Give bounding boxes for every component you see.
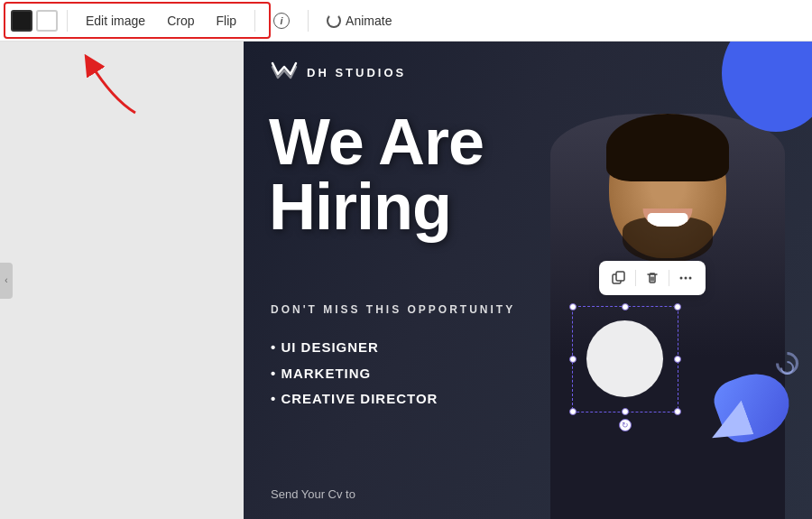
svg-point-6 <box>689 277 692 280</box>
toolbar-sep-1 <box>635 270 636 286</box>
trash-icon <box>645 271 660 285</box>
animate-button[interactable]: Animate <box>318 9 401 32</box>
handle-bottom-right[interactable] <box>674 408 681 415</box>
animate-icon <box>327 14 341 28</box>
megaphone-decoration <box>699 348 798 447</box>
handle-top-left[interactable] <box>569 303 577 310</box>
handle-bottom-left[interactable] <box>569 408 577 415</box>
toolbar-divider-1 <box>67 10 68 32</box>
handle-top-right[interactable] <box>674 303 681 310</box>
delete-button[interactable] <box>640 265 665 291</box>
handle-middle-right[interactable] <box>674 356 681 363</box>
logo-text: DH STUDIOS <box>307 66 406 79</box>
flip-button[interactable]: Flip <box>208 9 246 32</box>
crop-label: Crop <box>167 14 194 28</box>
svg-point-4 <box>680 277 683 280</box>
handle-bottom-middle[interactable] <box>622 408 629 415</box>
duplicate-icon <box>612 271 626 285</box>
toolbar-divider-3 <box>308 10 309 32</box>
handle-middle-left[interactable] <box>569 356 577 363</box>
edit-image-button[interactable]: Edit image <box>77 9 154 32</box>
toolbar-sep-2 <box>669 270 669 286</box>
duplicate-button[interactable] <box>606 265 632 291</box>
logo-area: DH STUDIOS <box>271 60 406 85</box>
send-text: Send Your Cv to <box>271 487 355 501</box>
main-toolbar: Edit image Crop Flip i Animate <box>0 0 812 42</box>
flip-label: Flip <box>217 14 237 28</box>
info-icon: i <box>273 13 290 29</box>
more-options-button[interactable] <box>673 265 698 291</box>
toolbar-divider-2 <box>254 10 255 32</box>
edit-image-label: Edit image <box>86 14 145 28</box>
animate-label: Animate <box>346 14 392 28</box>
swatch-black[interactable] <box>11 10 32 32</box>
bullet-item-2: MARKETING <box>271 361 438 387</box>
rotate-handle[interactable]: ↻ <box>619 419 632 431</box>
headline-line1: We Are <box>269 109 484 174</box>
design-card[interactable]: DH STUDIOS We Are Hiring DON'T MISS THIS… <box>244 42 812 519</box>
sidebar-collapse-tab[interactable]: ‹ <box>0 263 13 299</box>
handle-top-middle[interactable] <box>622 303 629 310</box>
selection-box: ↻ <box>572 306 678 412</box>
subheadline: DON'T MISS THIS OPPORTUNITY <box>271 303 515 316</box>
svg-rect-1 <box>616 272 624 281</box>
element-toolbar <box>599 261 706 295</box>
bullet-list: UI DESIGNER MARKETING CREATIVE DIRECTOR <box>271 335 438 412</box>
crop-button[interactable]: Crop <box>158 9 203 32</box>
ellipsis-icon <box>678 271 693 285</box>
left-sidebar: ‹ <box>0 42 244 519</box>
main-headline: We Are Hiring <box>269 109 484 239</box>
headline-line2: Hiring <box>269 174 484 239</box>
svg-point-5 <box>685 277 687 280</box>
bullet-item-1: UI DESIGNER <box>271 335 438 361</box>
canvas-area: DH STUDIOS We Are Hiring DON'T MISS THIS… <box>244 42 812 519</box>
info-button[interactable]: i <box>264 8 299 33</box>
swatch-white[interactable] <box>36 10 58 32</box>
logo-icon <box>271 60 298 85</box>
bullet-item-3: CREATIVE DIRECTOR <box>271 386 438 412</box>
